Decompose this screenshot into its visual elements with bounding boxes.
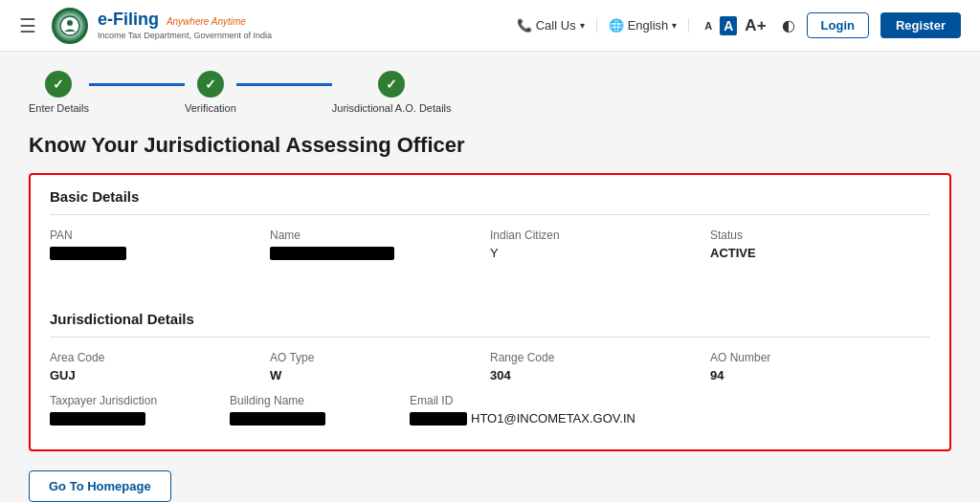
font-medium-button[interactable]: A — [720, 16, 737, 35]
basic-fields-row: PAN Name Indian Citizen Y Status ACTIVE — [50, 229, 930, 261]
globe-icon: 🌐 — [609, 18, 624, 33]
email-id-value: HTO1@INCOMETAX.GOV.IN — [410, 411, 731, 426]
step-1-circle: ✓ — [45, 71, 72, 98]
email-id-label: Email ID — [410, 394, 731, 407]
header-left: ☰ e-Filing Anywhere Anytime Income Tax D… — [19, 8, 272, 44]
ao-number-label: AO Number — [710, 351, 911, 364]
citizen-label: Indian Citizen — [490, 229, 691, 242]
go-to-homepage-button[interactable]: Go To Homepage — [29, 470, 171, 502]
name-value — [270, 247, 394, 260]
header: ☰ e-Filing Anywhere Anytime Income Tax D… — [0, 0, 980, 52]
language-label: English — [628, 18, 669, 33]
jurisdictional-row-1: Area Code GUJ AO Type W Range Code 304 A… — [50, 351, 930, 382]
section-gap — [31, 284, 949, 297]
jurisdictional-details-header: Jurisdictional Details — [31, 297, 949, 337]
building-name-label: Building Name — [230, 394, 390, 407]
language-chevron: ▾ — [672, 20, 677, 31]
call-us-chevron: ▾ — [580, 20, 585, 31]
building-name-field: Building Name — [230, 394, 410, 426]
font-large-button[interactable]: A+ — [741, 14, 769, 37]
page-title: Know Your Jurisdictional Assessing Offic… — [29, 133, 951, 158]
step-line-2 — [236, 83, 332, 86]
step-2-circle: ✓ — [197, 71, 224, 98]
citizen-value: Y — [490, 246, 691, 260]
taxpayer-jurisdiction-field: Taxpayer Jurisdiction — [50, 394, 230, 426]
pan-field: PAN — [50, 229, 270, 261]
range-code-label: Range Code — [490, 351, 691, 364]
login-button[interactable]: Login — [807, 12, 869, 38]
ao-number-value: 94 — [710, 368, 911, 382]
area-code-label: Area Code — [50, 351, 251, 364]
step-2-label: Verification — [185, 102, 236, 114]
step-enter-details: ✓ Enter Details — [29, 71, 89, 114]
step-3-label: Jurisdictional A.O. Details — [332, 102, 452, 114]
details-card: Basic Details PAN Name Indian Citizen Y — [29, 173, 951, 451]
basic-details-body: PAN Name Indian Citizen Y Status ACTIVE — [31, 215, 949, 284]
logo-emblem — [52, 8, 88, 44]
header-right: 📞 Call Us ▾ 🌐 English ▾ A A A+ ◐ Login R… — [517, 12, 961, 38]
font-small-button[interactable]: A — [701, 18, 716, 33]
empty-field — [750, 394, 930, 426]
ao-type-label: AO Type — [270, 351, 471, 364]
jurisdictional-details-body: Area Code GUJ AO Type W Range Code 304 A… — [31, 338, 949, 449]
status-field: Status ACTIVE — [710, 229, 930, 261]
step-line-1 — [89, 83, 185, 86]
language-nav[interactable]: 🌐 English ▾ — [609, 18, 690, 33]
building-name-value — [230, 412, 325, 426]
step-1-label: Enter Details — [29, 102, 89, 114]
phone-icon: 📞 — [517, 18, 532, 33]
pan-label: PAN — [50, 229, 251, 242]
area-code-field: Area Code GUJ — [50, 351, 270, 382]
contrast-button[interactable]: ◐ — [782, 16, 795, 34]
step-verification: ✓ Verification — [185, 71, 236, 114]
name-label: Name — [270, 229, 471, 242]
status-label: Status — [710, 229, 911, 242]
step-ao-details: ✓ Jurisdictional A.O. Details — [332, 71, 452, 114]
logo-subtitle: Income Tax Department, Government of Ind… — [98, 31, 272, 41]
pan-value — [50, 247, 126, 260]
ao-type-value: W — [270, 368, 471, 382]
basic-details-header: Basic Details — [31, 175, 949, 214]
citizen-field: Indian Citizen Y — [490, 229, 710, 261]
ao-type-field: AO Type W — [270, 351, 490, 382]
logo-text: e-Filing Anywhere Anytime Income Tax Dep… — [98, 10, 272, 40]
email-id-field: Email ID HTO1@INCOMETAX.GOV.IN — [410, 394, 750, 426]
jurisdictional-row-2: Taxpayer Jurisdiction Building Name Emai… — [50, 394, 930, 426]
taxpayer-jurisdiction-label: Taxpayer Jurisdiction — [50, 394, 211, 407]
logo-efiling: e-Filing Anywhere Anytime — [98, 10, 272, 31]
register-button[interactable]: Register — [880, 12, 961, 38]
hamburger-icon[interactable]: ☰ — [19, 14, 36, 37]
stepper: ✓ Enter Details ✓ Verification ✓ Jurisdi… — [29, 71, 951, 114]
call-us-label: Call Us — [536, 18, 576, 33]
font-controls: A A A+ — [701, 14, 769, 37]
status-value: ACTIVE — [710, 246, 911, 260]
main-content: ✓ Enter Details ✓ Verification ✓ Jurisdi… — [0, 52, 980, 502]
ao-number-field: AO Number 94 — [710, 351, 930, 382]
range-code-field: Range Code 304 — [490, 351, 710, 382]
range-code-value: 304 — [490, 368, 691, 382]
svg-point-1 — [67, 20, 73, 26]
name-field: Name — [270, 229, 490, 261]
area-code-value: GUJ — [50, 368, 251, 382]
step-3-circle: ✓ — [378, 71, 405, 98]
call-us-nav[interactable]: 📞 Call Us ▾ — [517, 18, 597, 33]
taxpayer-jurisdiction-value — [50, 412, 145, 426]
